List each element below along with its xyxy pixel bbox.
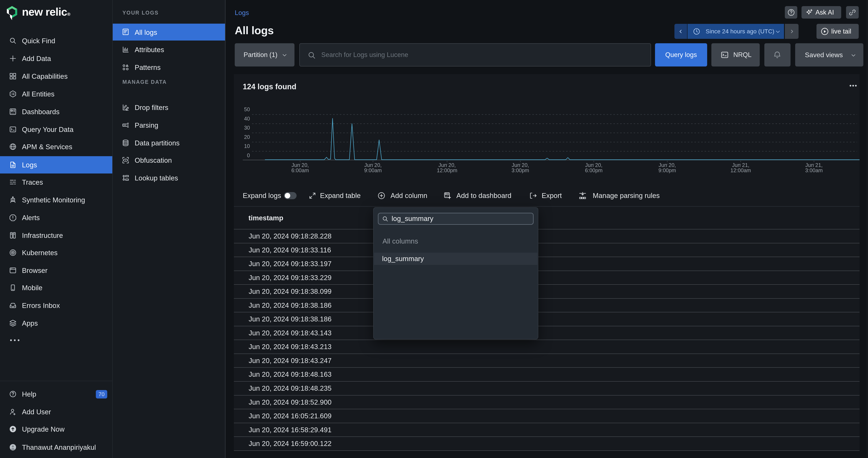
svg-text:3:00pm: 3:00pm: [512, 167, 529, 173]
svg-text:9:00am: 9:00am: [364, 167, 382, 173]
svg-text:3:00am: 3:00am: [805, 167, 823, 173]
svg-text:30: 30: [244, 125, 250, 131]
svg-text:9:00pm: 9:00pm: [658, 167, 676, 173]
svg-text:20: 20: [244, 134, 250, 140]
svg-text:0: 0: [247, 152, 250, 158]
svg-text:Jun 20,: Jun 20,: [585, 162, 602, 168]
svg-text:6:00pm: 6:00pm: [585, 167, 602, 173]
svg-text:40: 40: [244, 116, 250, 122]
svg-text:Jun 20,: Jun 20,: [291, 162, 309, 168]
svg-text:Jun 21,: Jun 21,: [732, 162, 749, 168]
svg-text:12:00pm: 12:00pm: [437, 167, 457, 173]
svg-text:Jun 20,: Jun 20,: [364, 162, 382, 168]
svg-text:6:00am: 6:00am: [291, 167, 309, 173]
svg-text:Jun 20,: Jun 20,: [512, 162, 529, 168]
svg-text:50: 50: [244, 106, 250, 112]
svg-text:Jun 20,: Jun 20,: [438, 162, 456, 168]
svg-text:Jun 21,: Jun 21,: [805, 162, 823, 168]
svg-text:Jun 20,: Jun 20,: [659, 162, 676, 168]
svg-text:12:00am: 12:00am: [731, 167, 751, 173]
svg-text:10: 10: [244, 143, 250, 149]
